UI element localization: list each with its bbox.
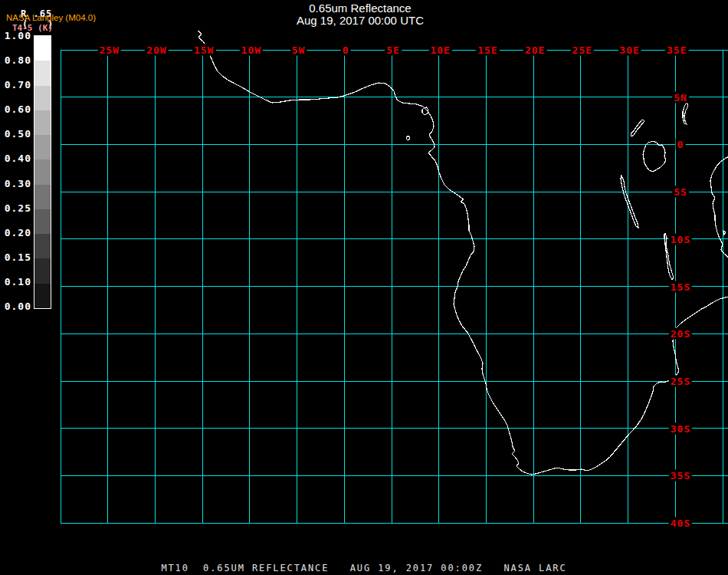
lat-tick-label-30S: 30S [669, 422, 692, 434]
lon-tick-label-20W: 20W [145, 44, 168, 56]
lat-lon-grid [61, 50, 728, 523]
colorbar-segment-7 [34, 209, 51, 234]
colorbar-tick-0.15: 0.15 [0, 251, 31, 263]
colorbar-segment-0 [34, 36, 51, 61]
lon-tick-label-0: 0 [341, 44, 351, 56]
lon-tick-label-30E: 30E [618, 44, 641, 56]
coastline-path-sao-tome-island [406, 136, 410, 140]
colorbar-tick-0.25: 0.25 [0, 202, 31, 214]
lat-tick-label-35S: 35S [669, 470, 692, 481]
lat-tick-label-25S: 25S [669, 376, 692, 387]
satellite-map-page: { "title": { "line1": "0.65um Reflectanc… [0, 0, 728, 575]
colorbar-tick-0.40: 0.40 [0, 153, 31, 164]
colorbar-tick-0.60: 0.60 [0, 104, 31, 115]
coastline-path-lake-turkana [683, 102, 688, 124]
lon-tick-label-15W: 15W [192, 44, 215, 56]
reflectance-colorbar [34, 35, 51, 309]
colorbar-tick-0.70: 0.70 [0, 79, 31, 90]
title-block: 0.65um Reflectance Aug 19, 2017 00:00 UT… [0, 2, 720, 27]
btd-t4-5-label: T4-5 (K) [12, 23, 53, 33]
colorbar-segment-8 [34, 234, 51, 258]
lon-tick-label-25E: 25E [571, 44, 594, 56]
page-subtitle-datetime: Aug 19, 2017 00:00 UTC [0, 15, 720, 27]
lon-tick-label-5W: 5W [290, 44, 307, 56]
lon-tick-label-25W: 25W [97, 44, 120, 56]
coastline-path-lake-albert [631, 120, 644, 136]
coastline-path-mafia-island [723, 231, 726, 235]
colorbar-segment-6 [34, 185, 51, 209]
map-canvas [0, 0, 728, 575]
lat-tick-label-10S: 10S [669, 233, 692, 245]
page-title: 0.65um Reflectance [0, 2, 720, 15]
lon-tick-label-10W: 10W [240, 44, 263, 56]
lat-tick-label-5N: 5N [672, 91, 689, 103]
colorbar-tick-0.20: 0.20 [0, 227, 31, 238]
colorbar-tick-0.30: 0.30 [0, 178, 31, 189]
lon-tick-label-20E: 20E [523, 44, 546, 56]
coastline-path-lake-tanganyika [621, 176, 638, 228]
colorbar-segment-5 [34, 159, 51, 184]
colorbar-segment-4 [34, 135, 51, 159]
colorbar-segment-3 [34, 110, 51, 135]
colorbar-segment-10 [34, 284, 51, 308]
colorbar-segment-2 [34, 86, 51, 110]
colorbar-tick-0.50: 0.50 [0, 128, 31, 140]
colorbar-tick-0.10: 0.10 [0, 276, 31, 288]
lon-tick-label-10E: 10E [428, 44, 451, 56]
lat-tick-label-0: 0 [676, 139, 686, 150]
lon-tick-label-35E: 35E [665, 44, 688, 56]
footer-caption: MT10 0.65UM REFLECTANCE AUG 19, 2017 00:… [0, 563, 728, 573]
colorbar-segment-9 [34, 258, 51, 283]
coastline-path-east-coast-tanzania-kenya [710, 156, 728, 258]
lat-tick-label-20S: 20S [669, 328, 692, 340]
colorbar-tick-0.80: 0.80 [0, 54, 31, 66]
coastline-path-lake-victoria [643, 141, 666, 172]
colorbar-segment-1 [34, 61, 51, 85]
lon-tick-label-15E: 15E [476, 44, 499, 56]
lat-tick-label-40S: 40S [669, 518, 692, 529]
nasa-langley-version-label: NASA Langley (M04.0) [6, 13, 96, 22]
colorbar-tick-0.00: 0.00 [0, 301, 31, 312]
lon-tick-label-5E: 5E [385, 44, 402, 56]
lat-tick-label-5S: 5S [672, 186, 689, 198]
lat-tick-label-15S: 15S [669, 281, 692, 292]
